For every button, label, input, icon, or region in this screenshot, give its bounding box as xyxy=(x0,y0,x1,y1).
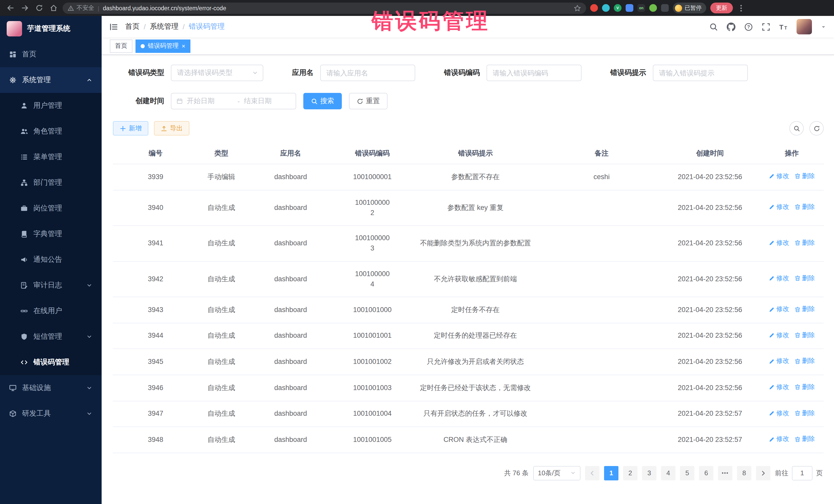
reload-icon[interactable] xyxy=(34,3,44,13)
tab-home[interactable]: 首页 xyxy=(110,39,132,52)
refresh-icon xyxy=(813,125,820,132)
pin-extension-icon[interactable] xyxy=(661,4,669,12)
edit-link[interactable]: 修改 xyxy=(769,202,789,212)
sidebar-item-infrastructure[interactable]: 基础设施 xyxy=(0,375,102,401)
cell-remark xyxy=(543,261,660,297)
search-icon[interactable] xyxy=(709,22,718,31)
goto-page-input[interactable] xyxy=(792,466,812,480)
back-icon[interactable] xyxy=(5,3,15,13)
delete-link[interactable]: 删除 xyxy=(794,356,815,366)
pager-page-3[interactable]: 3 xyxy=(642,466,656,480)
edit-link[interactable]: 修改 xyxy=(769,330,789,340)
sidebar-item-dev-tools[interactable]: 研发工具 xyxy=(0,401,102,426)
app-name-input[interactable] xyxy=(321,65,415,81)
red-dot-extension-icon[interactable] xyxy=(590,4,598,12)
pager-page-5[interactable]: 5 xyxy=(680,466,695,480)
cell-hint: 定时任务已经处于该状态，无需修改 xyxy=(408,375,543,401)
delete-link[interactable]: 删除 xyxy=(794,238,815,248)
delete-link[interactable]: 删除 xyxy=(794,304,815,314)
hamburger-icon[interactable] xyxy=(109,22,118,31)
github-icon[interactable] xyxy=(727,22,736,31)
sidebar-item-dict-management[interactable]: 字典管理 xyxy=(0,221,102,247)
pager-page-2[interactable]: 2 xyxy=(623,466,637,480)
export-button[interactable]: 导出 xyxy=(154,121,190,135)
chevron-down-icon xyxy=(86,282,92,288)
edit-link[interactable]: 修改 xyxy=(769,238,789,248)
edit-link[interactable]: 修改 xyxy=(769,171,789,181)
sidebar-item-dept-management[interactable]: 部门管理 xyxy=(0,170,102,196)
toggle-search-button[interactable] xyxy=(789,121,804,135)
breadcrumb-item[interactable]: 首页 xyxy=(125,22,139,31)
address-bar[interactable]: 不安全 | dashboard.yudao.iocoder.cn/system/… xyxy=(63,2,586,14)
delete-link[interactable]: 删除 xyxy=(794,202,815,212)
edit-link[interactable]: 修改 xyxy=(769,382,789,392)
security-indicator[interactable]: 不安全 xyxy=(68,4,94,12)
sidebar-item-role-management[interactable]: 角色管理 xyxy=(0,118,102,144)
pager-page-6[interactable]: 6 xyxy=(699,466,714,480)
pager-ellipsis[interactable]: ••• xyxy=(718,466,732,480)
delete-link[interactable]: 删除 xyxy=(794,273,815,283)
sidebar-item-notice-announcement[interactable]: 通知公告 xyxy=(0,247,102,272)
cell-app: dashboard xyxy=(244,375,337,401)
font-size-icon[interactable]: TT xyxy=(779,22,788,31)
on-badge-extension-icon[interactable]: on xyxy=(637,4,645,12)
edit-link[interactable]: 修改 xyxy=(769,435,789,444)
delete-link[interactable]: 删除 xyxy=(794,435,815,444)
logo-row[interactable]: 芋道管理系统 xyxy=(0,16,102,42)
breadcrumb-item[interactable]: 系统管理 xyxy=(150,22,179,31)
help-icon[interactable]: ? xyxy=(744,22,753,31)
sidebar-item-error-code-management[interactable]: 错误码管理 xyxy=(0,350,102,375)
delete-link[interactable]: 删除 xyxy=(794,408,815,418)
delete-link[interactable]: 删除 xyxy=(794,171,815,181)
user-avatar[interactable] xyxy=(796,19,812,35)
update-button[interactable]: 更新 xyxy=(710,3,733,13)
cell-type: 自动生成 xyxy=(198,427,244,453)
pager-page-8[interactable]: 8 xyxy=(737,466,751,480)
sidebar-item-label: 审计日志 xyxy=(34,281,62,290)
page-size-select[interactable]: 10条/页 xyxy=(533,466,580,480)
refresh-table-button[interactable] xyxy=(809,121,824,135)
sidebar: 芋道管理系统 首页系统管理用户管理角色管理菜单管理部门管理岗位管理字典管理通知公… xyxy=(0,16,102,504)
pagination: 共 76 条 10条/页 123456•••8 前往 页 xyxy=(113,453,824,480)
prev-page-button[interactable] xyxy=(585,466,599,480)
sidebar-item-online-user[interactable]: 在线用户 xyxy=(0,298,102,324)
chevron-down-icon[interactable] xyxy=(821,24,826,29)
error-code-input[interactable] xyxy=(487,65,581,81)
date-range-picker[interactable]: 开始日期 - 结束日期 xyxy=(171,93,296,109)
leaf-extension-icon[interactable] xyxy=(649,4,657,12)
profile-chip[interactable]: 已暂停 xyxy=(673,3,706,13)
sidebar-item-home[interactable]: 首页 xyxy=(0,42,102,67)
sidebar-item-post-management[interactable]: 岗位管理 xyxy=(0,196,102,221)
pager-page-1[interactable]: 1 xyxy=(604,466,618,480)
v-badge-extension-icon[interactable]: V xyxy=(614,4,621,12)
delete-link-label: 删除 xyxy=(802,435,815,444)
home-icon[interactable] xyxy=(48,3,59,13)
sidebar-item-menu-management[interactable]: 菜单管理 xyxy=(0,144,102,170)
sidebar-item-audit-log[interactable]: 审计日志 xyxy=(0,272,102,298)
pager-page-4[interactable]: 4 xyxy=(661,466,675,480)
search-button[interactable]: 搜索 xyxy=(303,93,342,109)
bookmark-star-icon[interactable] xyxy=(574,4,581,12)
fullscreen-icon[interactable] xyxy=(762,22,770,31)
tab-close-icon[interactable]: × xyxy=(182,43,185,49)
edit-link[interactable]: 修改 xyxy=(769,356,789,366)
error-hint-input[interactable] xyxy=(653,65,747,81)
sidebar-item-sms-management[interactable]: 短信管理 xyxy=(0,324,102,350)
edit-link[interactable]: 修改 xyxy=(769,408,789,418)
delete-link[interactable]: 删除 xyxy=(794,382,815,392)
sidebar-item-user-management[interactable]: 用户管理 xyxy=(0,93,102,118)
error-type-select[interactable]: 请选择错误码类型 xyxy=(171,65,263,81)
tab-error-code[interactable]: 错误码管理× xyxy=(135,39,191,52)
grid-extension-icon[interactable] xyxy=(626,4,633,12)
add-button[interactable]: 新增 xyxy=(113,121,148,135)
browser-menu-icon[interactable] xyxy=(737,4,745,12)
edit-link[interactable]: 修改 xyxy=(769,273,789,283)
drop-extension-icon[interactable] xyxy=(602,4,610,12)
sidebar-item-system-management[interactable]: 系统管理 xyxy=(0,67,102,93)
edit-link[interactable]: 修改 xyxy=(769,304,789,314)
reset-button[interactable]: 重置 xyxy=(349,93,388,109)
cell-remark xyxy=(543,190,660,225)
delete-link[interactable]: 删除 xyxy=(794,330,815,340)
forward-icon[interactable] xyxy=(20,3,30,13)
next-page-button[interactable] xyxy=(756,466,770,480)
